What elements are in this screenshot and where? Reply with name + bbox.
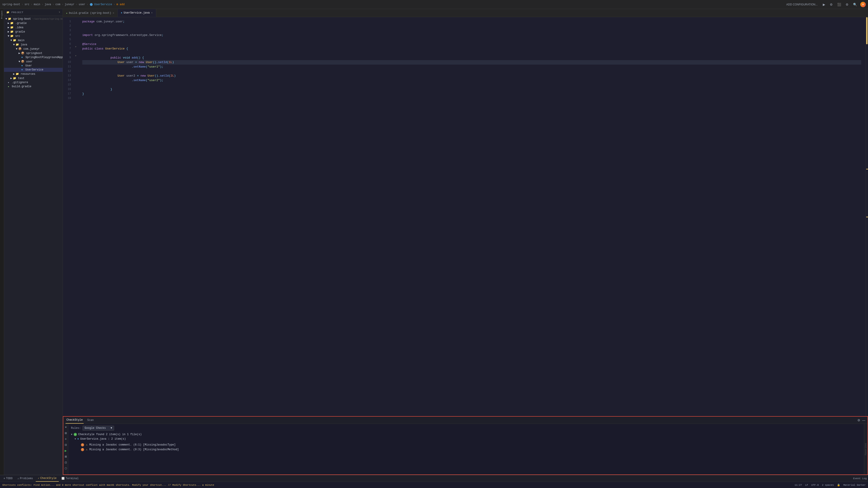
result-file: ▼ ● UserService.java : 2 item(s)	[71, 437, 861, 441]
status-bar-right: 11:27 LF UTF-8 2 spaces 🔒 Material Darke…	[795, 484, 866, 486]
tree-item-main[interactable]: ▼ 📁 main	[4, 38, 63, 42]
project-icon[interactable]: Project	[0, 10, 4, 20]
breadcrumb-item-m: m add	[116, 3, 125, 6]
triangle-warn-icon-2: ⚠	[86, 448, 88, 451]
tree-item-spring-boot[interactable]: ▼ 📁 spring-boot ~/workspace/spring-boot	[4, 17, 63, 21]
tool-button-6[interactable]: ⬡	[64, 466, 67, 470]
rules-value: Google Checks	[85, 427, 106, 430]
tree-item-com-juneyr[interactable]: ▼ 📦 com.juneyr	[4, 47, 63, 51]
event-log-label[interactable]: Event Log	[853, 477, 867, 480]
panel-minimize-button[interactable]: —	[862, 418, 865, 422]
java-icon: ●	[21, 68, 23, 71]
bottom-tab-checkstyle[interactable]: ✓ CheckStyle	[36, 475, 59, 482]
tab-close-button[interactable]: ✕	[151, 11, 153, 14]
tab-label: build.gradle (spring-boot)	[69, 11, 111, 15]
code-content[interactable]: package com.juneyr.user; import org.spri…	[78, 17, 866, 416]
tab-userservice[interactable]: ● UserService.java ✕	[118, 9, 156, 17]
breadcrumb: spring-boot › src › main › java › com › …	[2, 3, 125, 6]
tree-item-gradle-dir[interactable]: ▶ 📁 gradle	[4, 30, 63, 34]
java-file-icon: ●	[77, 437, 79, 441]
tree-item-build-gradle[interactable]: ⬥ build.gradle	[4, 85, 63, 89]
code-line-1: package com.juneyr.user;	[82, 20, 861, 24]
code-line-12	[82, 69, 861, 74]
package-icon: 📦	[18, 47, 22, 51]
warning-marker-2	[866, 217, 868, 217]
code-line-11: .setName("user1");	[82, 65, 861, 69]
tree-item-src[interactable]: ▼ 📁 src	[4, 34, 63, 38]
tree-item-java[interactable]: ▼ 📁 java	[4, 42, 63, 47]
close-panel-button[interactable]: ✕	[64, 425, 67, 429]
tree-item-user-package[interactable]: ▼ 📦 user	[4, 59, 63, 64]
tool-button-2[interactable]: ≡	[64, 437, 67, 441]
arrow-icon: ▼	[5, 18, 7, 21]
problems-icon: ⚠	[18, 477, 19, 480]
scrollbar-thumb	[866, 17, 868, 44]
tree-label: java	[21, 43, 27, 46]
tree-item-app-class[interactable]: ● SpringBootPlaygroundApplic...	[4, 55, 63, 59]
tool-button-3[interactable]: ⊟	[64, 443, 67, 447]
tree-path: ~/workspace/spring-boot	[32, 18, 63, 20]
warning-icon-1: !	[81, 443, 84, 447]
tree-item-springboot[interactable]: ▶ 📦 springboot	[4, 51, 63, 55]
app-container: spring-boot › src › main › java › com › …	[0, 0, 868, 488]
breadcrumb-item-userservice: ⬤ UserService	[90, 3, 112, 6]
debug-button[interactable]: ⚙	[829, 2, 834, 7]
sidebar-title: 📁 Project	[6, 11, 24, 14]
panel-settings-button[interactable]: ⚙	[857, 418, 860, 422]
sidebar-header: 📁 Project ▼	[4, 9, 63, 16]
arrow-icon: ▼	[19, 60, 20, 63]
folder-icon: 📁	[10, 26, 13, 29]
tree-item-test[interactable]: ▶ 📁 test	[4, 76, 63, 80]
breadcrumb-sep: ›	[53, 3, 54, 6]
tree-item-resources[interactable]: ▶ 📁 resources	[4, 72, 63, 76]
line-ending: LF	[805, 484, 808, 486]
bottom-tab-problems-label: Problems	[20, 477, 33, 480]
result-summary: ▼ ✓ Checkstyle found 2 item(s) in 1 file…	[71, 433, 861, 436]
warning-marker-1	[866, 169, 868, 169]
code-line-18	[82, 96, 861, 101]
checkstyle-toolbar: ✕ ⊞ ≡ ⊟ ▶ ⊠ ⊡ ⬡	[63, 424, 68, 475]
bottom-tab-todo[interactable]: ≡ TODO	[1, 475, 15, 482]
tab-close-button[interactable]: ✕	[113, 12, 114, 14]
run-scan-button[interactable]: ▶	[64, 449, 67, 453]
tab-build-gradle[interactable]: ⬥ build.gradle (spring-boot) ✕	[63, 9, 118, 17]
code-line-13: User user2 = new User().setId(2L)	[82, 74, 861, 78]
tree-item-gitignore[interactable]: ⬥ .gitignore	[4, 80, 63, 85]
tree-item-user-class[interactable]: ● User	[4, 64, 63, 68]
tree-item-idea[interactable]: ▶ 📁 .idea	[4, 25, 63, 30]
theme: Material Darker	[843, 484, 866, 486]
panel-tab-scan[interactable]: Scan	[86, 417, 95, 424]
folder-icon: 📁	[10, 30, 13, 33]
settings-button[interactable]: ⚙	[844, 2, 850, 7]
tree-item-userservice-class[interactable]: ● UserService	[4, 68, 63, 72]
package-icon: 📦	[21, 52, 24, 55]
stop-button[interactable]: ⬛	[836, 2, 842, 7]
editor-scrollbar[interactable]	[866, 17, 868, 416]
breadcrumb-item: com	[55, 3, 60, 6]
terminal-icon: ⬜	[61, 477, 65, 480]
warning-message-1: Missing a Javadoc comment. (6:1) [Missin…	[89, 443, 176, 447]
expand-icon: ▼	[74, 438, 76, 440]
warning-item-2[interactable]: ! ⚠ Missing a Javadoc comment. (9:3) [Mi…	[71, 447, 861, 452]
warning-item-1[interactable]: ! ⚠ Missing a Javadoc comment. (6:1) [Mi…	[71, 442, 861, 447]
breadcrumb-item: src	[24, 3, 29, 6]
folder-icon: 📁	[16, 72, 19, 76]
code-line-16: }	[82, 87, 861, 92]
rules-dropdown[interactable]: Google Checks ▼	[83, 426, 114, 431]
breadcrumb-sep: ›	[22, 3, 23, 6]
bottom-tab-problems[interactable]: ⚠ Problems	[15, 475, 35, 482]
tree-item-gradle[interactable]: ▶ 📁 .gradle	[4, 21, 63, 25]
panel-tab-checkstyle[interactable]: CheckStyle	[66, 417, 84, 424]
search-button[interactable]: 🔍	[852, 2, 858, 7]
tool-button-1[interactable]: ⊞	[64, 431, 67, 435]
java-icon: ●	[21, 56, 23, 59]
run-button[interactable]: ▶	[822, 2, 827, 7]
tool-button-5[interactable]: ⊡	[64, 460, 67, 464]
add-configuration-button[interactable]: ADD CONFIGURATION...	[784, 2, 819, 7]
bottom-tab-terminal-label: Terminal	[66, 477, 79, 480]
tool-button-4[interactable]: ⊠	[64, 455, 67, 459]
checkstyle-main: Rules: Google Checks ▼ ▼ ✓ Checkstyle fo…	[68, 424, 864, 475]
activity-bar: Project	[0, 9, 4, 475]
bottom-tab-terminal[interactable]: ⬜ Terminal	[59, 475, 81, 482]
bottom-panel-header: CheckStyle Scan ⚙ —	[63, 417, 868, 424]
